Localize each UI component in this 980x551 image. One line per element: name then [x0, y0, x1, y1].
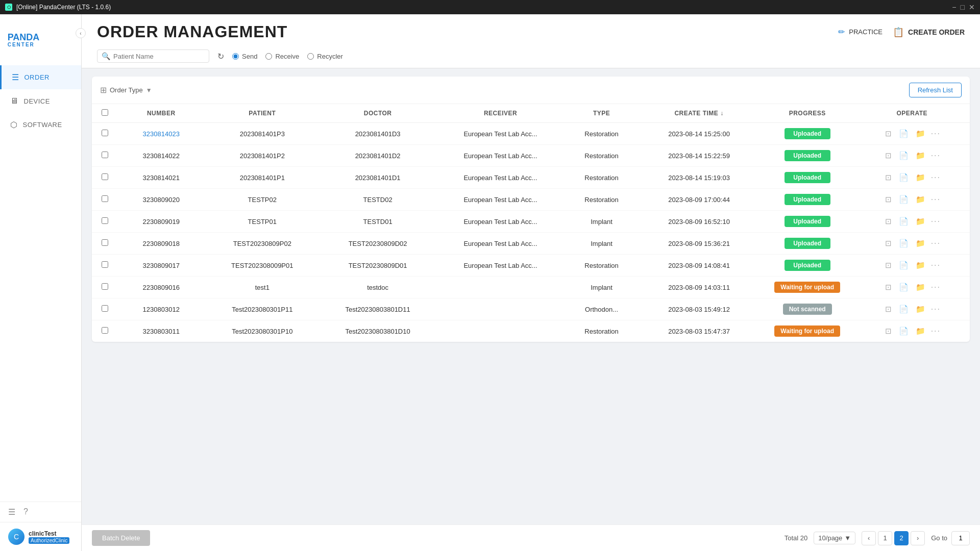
- scan-icon[interactable]: ⊡: [884, 238, 893, 249]
- row-checkbox-cell[interactable]: [92, 123, 118, 145]
- scan-icon[interactable]: ⊡: [884, 260, 893, 271]
- minimize-icon[interactable]: −: [952, 3, 956, 11]
- row-checkbox[interactable]: [102, 283, 108, 290]
- close-icon[interactable]: ✕: [969, 3, 975, 11]
- more-options[interactable]: ···: [931, 327, 941, 336]
- more-options[interactable]: ···: [931, 217, 941, 226]
- folder-icon[interactable]: 📁: [914, 304, 927, 315]
- sidebar-item-software[interactable]: ⬡ SOFTWARE: [0, 113, 81, 137]
- prev-page-button[interactable]: ‹: [862, 531, 876, 545]
- row-checkbox[interactable]: [102, 239, 108, 246]
- more-options[interactable]: ···: [931, 283, 941, 292]
- page-1-button[interactable]: 1: [878, 531, 892, 545]
- scan-icon[interactable]: ⊡: [884, 282, 893, 293]
- scan-icon[interactable]: ⊡: [884, 194, 893, 205]
- sidebar-toggle[interactable]: ‹: [76, 28, 86, 38]
- more-options[interactable]: ···: [931, 195, 941, 204]
- row-checkbox-cell[interactable]: [92, 277, 118, 298]
- row-checkbox-cell[interactable]: [92, 233, 118, 255]
- file-icon[interactable]: 📄: [897, 260, 910, 271]
- cell-type: Restoration: [566, 320, 638, 342]
- page-2-button[interactable]: 2: [894, 531, 909, 545]
- folder-icon[interactable]: 📁: [914, 325, 927, 337]
- file-icon[interactable]: 📄: [897, 150, 910, 161]
- row-checkbox-cell[interactable]: [92, 211, 118, 233]
- window-controls[interactable]: − □ ✕: [952, 3, 975, 11]
- scan-icon[interactable]: ⊡: [884, 172, 893, 183]
- next-page-button[interactable]: ›: [911, 531, 925, 545]
- row-checkbox[interactable]: [102, 130, 108, 136]
- folder-icon[interactable]: 📁: [914, 216, 927, 227]
- folder-icon[interactable]: 📁: [914, 238, 927, 249]
- cell-create-time: 2023-08-03 15:47:37: [638, 320, 760, 342]
- more-options[interactable]: ···: [931, 129, 941, 138]
- row-checkbox[interactable]: [102, 195, 108, 202]
- file-icon[interactable]: 📄: [897, 238, 910, 249]
- file-icon[interactable]: 📄: [897, 172, 910, 183]
- scan-icon[interactable]: ⊡: [884, 216, 893, 227]
- sidebar-item-order[interactable]: ☰ ORDER: [0, 65, 81, 89]
- search-input[interactable]: [113, 53, 205, 60]
- more-options[interactable]: ···: [931, 151, 941, 160]
- filter-receive[interactable]: Receive: [265, 53, 299, 60]
- row-checkbox[interactable]: [102, 217, 108, 224]
- row-checkbox-cell[interactable]: [92, 255, 118, 277]
- folder-icon[interactable]: 📁: [914, 260, 927, 271]
- folder-icon[interactable]: 📁: [914, 194, 927, 205]
- select-all-checkbox[interactable]: [102, 109, 108, 116]
- menu-icon[interactable]: ☰: [8, 507, 15, 517]
- row-checkbox[interactable]: [102, 173, 108, 180]
- row-checkbox[interactable]: [102, 261, 108, 268]
- row-checkbox[interactable]: [102, 152, 108, 158]
- file-icon[interactable]: 📄: [897, 304, 910, 315]
- scan-icon[interactable]: ⊡: [884, 304, 893, 315]
- row-checkbox[interactable]: [102, 305, 108, 312]
- help-icon[interactable]: ?: [23, 507, 28, 517]
- folder-icon[interactable]: 📁: [914, 150, 927, 161]
- restore-icon[interactable]: □: [961, 3, 965, 11]
- main-content: ORDER MANAGEMENT ✏ PRACTICE 📋 CREATE ORD…: [82, 14, 980, 551]
- col-header-receiver: RECEIVER: [435, 104, 566, 123]
- scan-icon[interactable]: ⊡: [884, 150, 893, 161]
- goto-input[interactable]: [951, 531, 970, 545]
- scan-icon[interactable]: ⊡: [884, 325, 893, 337]
- row-checkbox-cell[interactable]: [92, 298, 118, 320]
- progress-badge: Uploaded: [785, 194, 830, 205]
- row-checkbox-cell[interactable]: [92, 167, 118, 189]
- row-checkbox[interactable]: [102, 327, 108, 334]
- search-box[interactable]: 🔍: [97, 49, 209, 63]
- cell-progress: Waiting for upload: [761, 320, 854, 342]
- app-icon: ⬡: [5, 4, 12, 11]
- file-icon[interactable]: 📄: [897, 216, 910, 227]
- file-icon[interactable]: 📄: [897, 128, 910, 139]
- more-options[interactable]: ···: [931, 261, 941, 270]
- row-checkbox-cell[interactable]: [92, 189, 118, 211]
- cell-receiver: European Test Lab Acc...: [435, 189, 566, 211]
- per-page-select[interactable]: 10/page ▼: [814, 532, 855, 544]
- row-checkbox-cell[interactable]: [92, 145, 118, 167]
- cell-receiver: European Test Lab Acc...: [435, 145, 566, 167]
- scan-icon[interactable]: ⊡: [884, 128, 893, 139]
- file-icon[interactable]: 📄: [897, 282, 910, 293]
- filter-send[interactable]: Send: [232, 53, 257, 60]
- more-options[interactable]: ···: [931, 173, 941, 182]
- row-checkbox-cell[interactable]: [92, 320, 118, 342]
- folder-icon[interactable]: 📁: [914, 172, 927, 183]
- folder-icon[interactable]: 📁: [914, 282, 927, 293]
- batch-delete-button[interactable]: Batch Delete: [92, 530, 150, 546]
- refresh-list-button[interactable]: Refresh List: [909, 83, 962, 97]
- order-number-link[interactable]: 3230814023: [143, 130, 180, 138]
- file-icon[interactable]: 📄: [897, 325, 910, 337]
- sidebar-item-device[interactable]: 🖥 DEVICE: [0, 89, 81, 113]
- folder-icon[interactable]: 📁: [914, 128, 927, 139]
- filter-recycler[interactable]: Recycler: [307, 53, 343, 60]
- more-options[interactable]: ···: [931, 305, 941, 314]
- file-icon[interactable]: 📄: [897, 194, 910, 205]
- order-type-filter[interactable]: ⊞ Order Type ▼: [100, 85, 152, 95]
- create-order-button[interactable]: 📋 CREATE ORDER: [893, 27, 965, 38]
- practice-button[interactable]: ✏ PRACTICE: [838, 27, 883, 37]
- operate-icons: ⊡ 📄 📁 ···: [859, 260, 966, 271]
- col-header-create-time[interactable]: CREATE TIME ↓: [638, 104, 760, 123]
- more-options[interactable]: ···: [931, 239, 941, 248]
- refresh-icon-button[interactable]: ↻: [217, 52, 224, 61]
